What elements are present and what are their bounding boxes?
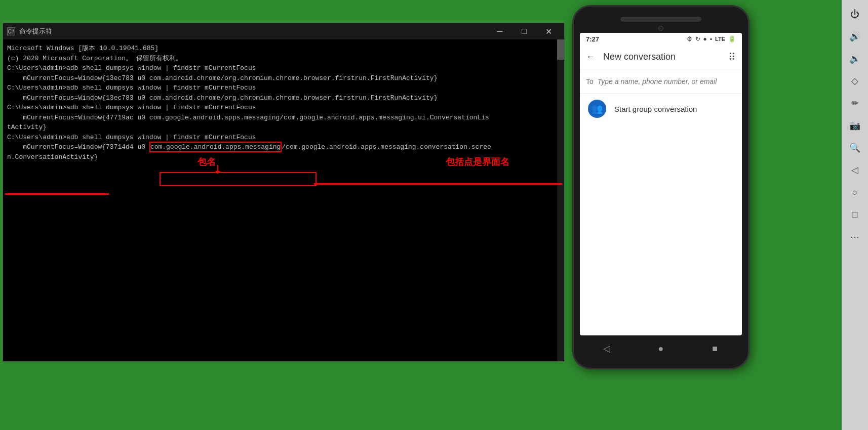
nav-back-button[interactable]: ◁	[600, 341, 614, 356]
cmd-line-11: mCurrentFocus=Window{47719ac u0 com.goog…	[7, 113, 560, 123]
zoom-button[interactable]: 🔍	[845, 138, 865, 158]
cmd-close-button[interactable]: ✕	[537, 23, 560, 39]
cmd-minimize-button[interactable]: ─	[488, 23, 511, 39]
cmd-restore-button[interactable]: □	[512, 23, 536, 39]
cmd-scrollbar[interactable]	[557, 39, 564, 361]
cmd-line-1: Microsoft Windows [版本 10.0.19041.685]	[7, 44, 560, 54]
nav-home-button[interactable]: ●	[654, 341, 668, 356]
phone-camera	[658, 26, 663, 31]
phone-notch	[620, 17, 701, 22]
to-label: To	[586, 77, 594, 85]
cmd-line-10: C:\Users\admin>adb shell dumpsys window …	[7, 103, 560, 113]
cmd-line-16: n.ConversationActivity}	[7, 152, 560, 162]
square-button[interactable]: □	[845, 204, 865, 225]
nav-recent-button[interactable]: ■	[708, 341, 722, 356]
back-arrow-icon[interactable]: ←	[586, 52, 595, 62]
signal-label: LTE	[715, 36, 725, 42]
to-input[interactable]	[598, 77, 736, 85]
power-button[interactable]: ⏻	[845, 4, 865, 24]
phone-frame: 7:27 ⚙ ↻ ● ▪ LTE 🔋 ← New conversation ⠿ …	[572, 5, 749, 369]
status-time: 7:27	[586, 35, 599, 43]
group-conversation-row[interactable]: 👥 Start group conversation	[580, 94, 742, 124]
cmd-line-12: tActivity}	[7, 122, 560, 133]
cmd-window: C:\ 命令提示符 ─ □ ✕ Microsoft Windows [版本 10…	[3, 23, 565, 362]
battery-icon: ●	[703, 35, 707, 42]
camera-button[interactable]: 📷	[845, 115, 865, 136]
circle-button[interactable]: ○	[845, 182, 865, 202]
cmd-body: Microsoft Windows [版本 10.0.19041.685] (c…	[3, 39, 564, 361]
settings-icon: ⚙	[687, 35, 692, 42]
phone-nav-bar: ◁ ● ■	[580, 335, 742, 358]
cmd-window-controls: ─ □ ✕	[488, 23, 560, 39]
pen-button[interactable]: ✏	[845, 93, 865, 113]
cmd-line-2: (c) 2020 Microsoft Corporation。 保留所有权利。	[7, 54, 560, 64]
people-icon: 👥	[591, 103, 603, 114]
right-toolbar: ⏻ 🔊 🔉 ◇ ✏ 📷 🔍 ◁ ○ □ ⋯	[842, 0, 868, 430]
sd-icon: ▪	[710, 35, 712, 42]
cmd-line-7: C:\Users\admin>adb shell dumpsys window …	[7, 83, 560, 93]
cmd-line-5: mCurrentFocus=Window{13ec783 u0 com.andr…	[7, 73, 560, 83]
group-label: Start group conversation	[614, 105, 697, 113]
status-icons: ⚙ ↻ ● ▪ LTE 🔋	[687, 35, 736, 42]
cmd-line-15: mCurrentFocus=Window{73714d4 u0 com.goog…	[7, 142, 560, 152]
cmd-title: 命令提示符	[19, 27, 488, 36]
cmd-line-4: C:\Users\admin>adb shell dumpsys window …	[7, 63, 560, 73]
cmd-scrollbar-thumb[interactable]	[557, 39, 564, 60]
android-toolbar: ← New conversation ⠿	[580, 45, 742, 69]
eraser-button[interactable]: ◇	[845, 71, 865, 91]
to-row: To	[580, 69, 742, 94]
android-status-bar: 7:27 ⚙ ↻ ● ▪ LTE 🔋	[580, 33, 742, 45]
phone-screen: 7:27 ⚙ ↻ ● ▪ LTE 🔋 ← New conversation ⠿ …	[580, 33, 742, 335]
battery-percent-icon: 🔋	[728, 35, 736, 42]
volume-up-button[interactable]: 🔊	[845, 26, 865, 47]
cmd-line-14: C:\Users\admin>adb shell dumpsys window …	[7, 133, 560, 143]
back-button[interactable]: ◁	[845, 160, 865, 180]
group-icon: 👥	[588, 100, 606, 118]
volume-down-button[interactable]: 🔉	[845, 49, 865, 69]
contacts-grid-icon[interactable]: ⠿	[728, 51, 736, 63]
more-button[interactable]: ⋯	[845, 227, 865, 247]
cmd-icon: C:\	[7, 27, 15, 35]
cmd-titlebar: C:\ 命令提示符 ─ □ ✕	[3, 23, 564, 39]
toolbar-title: New conversation	[603, 52, 728, 62]
cmd-line-8: mCurrentFocus=Window{13ec783 u0 com.andr…	[7, 93, 560, 103]
refresh-icon: ↻	[695, 35, 700, 42]
